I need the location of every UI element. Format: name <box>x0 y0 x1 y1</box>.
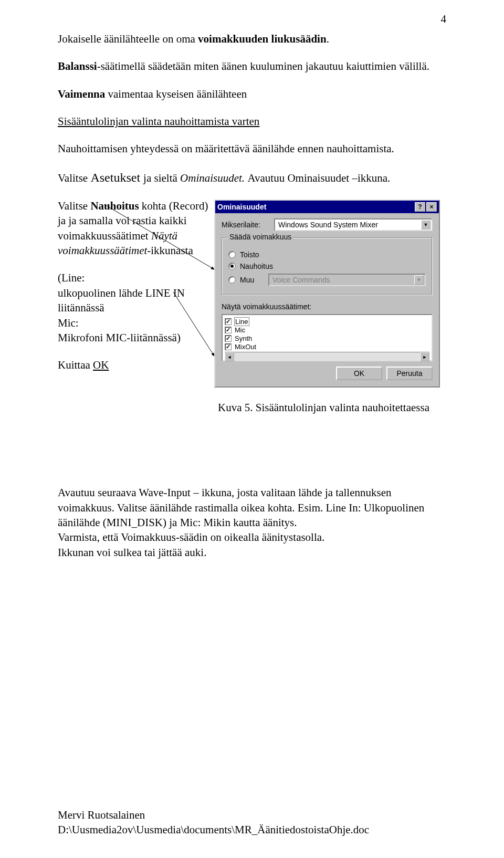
close-button[interactable]: × <box>426 202 437 212</box>
mixer-dropdown[interactable]: Windows Sound System Mixer ▼ <box>274 218 433 231</box>
scroll-left-icon[interactable]: ◄ <box>225 352 234 361</box>
check-label-mic: Mic <box>235 326 245 334</box>
instr-select-record: Valitse Nauhoitus kohta (Record) ja ja s… <box>58 198 210 258</box>
page-number: 4 <box>441 13 447 26</box>
two-column-section: Valitse Nauhoitus kohta (Record) ja ja s… <box>58 198 446 388</box>
text: Mikrofoni MIC-liitännässä) <box>58 331 181 344</box>
dialog-wrapper: Ominaisuudet ? × Mikserilaite: Windows S… <box>214 198 446 388</box>
figure-caption: Kuva 5. Sisääntulolinjan valinta nauhoit… <box>218 400 446 415</box>
large-text: Asetukset <box>90 171 143 184</box>
radio-record-label: Nauhoitus <box>240 262 273 270</box>
listbox-inner: Line Mic Synth MixOut <box>225 317 429 351</box>
text: Valitse <box>58 200 90 212</box>
paragraph-wave-input: Avautuu seuraava Wave-Input – ikkuna, jo… <box>58 485 446 560</box>
text: Varmista, että Voimakkuus-säädin on oike… <box>58 531 324 543</box>
scroll-track[interactable] <box>234 352 420 361</box>
check-row-mic[interactable]: Mic <box>225 326 429 334</box>
text: Ikkunan voi sulkea tai jättää auki. <box>58 546 206 559</box>
cancel-button[interactable]: Peruuta <box>386 367 433 380</box>
checkbox-mic[interactable] <box>225 327 232 333</box>
text: Jokaiselle äänilähteelle on oma <box>58 33 198 45</box>
text: Mic: <box>58 317 79 329</box>
footer: Mervi Ruotsalainen D:\Uusmedia2ov\Uusmed… <box>58 808 369 837</box>
ok-button[interactable]: OK <box>336 367 382 380</box>
footer-author: Mervi Ruotsalainen <box>58 808 369 822</box>
mixer-value: Windows Sound System Mixer <box>278 221 378 229</box>
heading-input-line: Sisääntulolinjan valinta nauhoittamista … <box>58 114 446 129</box>
volume-groupbox: Säädä voimakkuus Toisto Nauhoitus Muu Vo… <box>222 237 433 295</box>
dialog-buttons: OK Peruuta <box>222 367 433 380</box>
checkbox-synth[interactable] <box>225 335 232 342</box>
text: (Line: <box>58 271 85 284</box>
groupbox-legend: Säädä voimakkuus <box>227 233 293 241</box>
mixer-label: Mikserilaite: <box>222 221 274 229</box>
check-row-synth[interactable]: Synth <box>225 334 429 342</box>
paragraph-settings-properties: Valitse Asetukset ja sieltä Ominaisuudet… <box>58 169 446 186</box>
text: ja sieltä <box>143 172 180 184</box>
paragraph-balance: Balanssi-säätimellä säädetään miten ääne… <box>58 59 446 74</box>
spacer <box>58 427 446 485</box>
dialog-body: Mikserilaite: Windows Sound System Mixer… <box>215 213 439 386</box>
underline-text: OK <box>93 359 109 371</box>
dialog-titlebar[interactable]: Ominaisuudet ? × <box>215 201 439 213</box>
text: ulkopuolinen lähde LINE IN liitännässä <box>58 287 185 314</box>
text: Kuittaa <box>58 359 93 371</box>
footer-path: D:\Uusmedia2ov\Uusmedia\documents\MR_Ään… <box>58 823 369 837</box>
text: . <box>327 33 329 45</box>
instr-line-mic: (Line: ulkopuolinen lähde LINE IN liitän… <box>58 270 210 345</box>
bold-text: voimakkuuden liukusäädin <box>198 33 327 45</box>
listbox-label: Näytä voimakkuussäätimet: <box>222 302 433 311</box>
paragraph-define-source: Nauhoittamisen yhteydessä on määritettäv… <box>58 141 446 156</box>
text: Avautuu seuraava Wave-Input – ikkuna, jo… <box>58 486 424 529</box>
bold-text: Nauhoitus <box>90 200 141 212</box>
check-label-mixout: MixOut <box>235 343 256 351</box>
instr-ok: Kuittaa OK <box>58 358 210 372</box>
checkbox-line[interactable] <box>225 318 232 325</box>
listbox-hscroll[interactable]: ◄ ► <box>225 352 429 361</box>
radio-other-row[interactable]: Muu Voice Commands ▼ <box>228 274 426 286</box>
dropdown-arrow-icon: ▼ <box>414 275 424 285</box>
titlebar-buttons: ? × <box>415 202 437 212</box>
italic-text: Ominaisuudet. <box>180 172 247 184</box>
radio-other[interactable] <box>228 276 236 284</box>
check-row-line[interactable]: Line <box>225 317 429 326</box>
paragraph-slider: Jokaiselle äänilähteelle on oma voimakku… <box>58 32 446 46</box>
text: -säätimellä säädetään miten äänen kuulum… <box>97 60 429 72</box>
radio-record[interactable] <box>228 263 236 270</box>
other-dropdown: Voice Commands ▼ <box>268 274 426 286</box>
show-controls-listbox[interactable]: Line Mic Synth MixOut <box>222 314 433 361</box>
other-dropdown-value: Voice Commands <box>272 276 330 284</box>
text: vaimentaa kyseisen äänilähteen <box>108 88 247 100</box>
radio-playback-label: Toisto <box>240 250 259 259</box>
instruction-column: Valitse Nauhoitus kohta (Record) ja ja s… <box>58 198 210 388</box>
bold-text: Vaimenna <box>58 88 108 100</box>
underlined-heading: Sisääntulolinjan valinta nauhoittamista … <box>58 115 259 128</box>
radio-playback-row[interactable]: Toisto <box>228 250 426 259</box>
dialog-title: Ominaisuudet <box>217 203 266 211</box>
check-label-line: Line <box>235 318 249 326</box>
properties-dialog: Ominaisuudet ? × Mikserilaite: Windows S… <box>214 200 440 388</box>
dropdown-arrow-icon[interactable]: ▼ <box>421 220 430 229</box>
radio-playback[interactable] <box>228 251 236 258</box>
help-button[interactable]: ? <box>415 202 425 212</box>
paragraph-mute: Vaimenna vaimentaa kyseisen äänilähteen <box>58 87 446 101</box>
scroll-right-icon[interactable]: ► <box>420 352 429 361</box>
check-row-mixout[interactable]: MixOut <box>225 342 429 351</box>
text: Avautuu Ominaisuudet –ikkuna. <box>247 172 390 184</box>
radio-record-row[interactable]: Nauhoitus <box>228 262 426 270</box>
text: Valitse <box>58 172 90 184</box>
text: -ikkunasta <box>147 244 193 257</box>
bold-text: Balanssi <box>58 60 97 72</box>
mixer-row: Mikserilaite: Windows Sound System Mixer… <box>222 218 433 231</box>
radio-other-label: Muu <box>240 276 264 284</box>
check-label-synth: Synth <box>235 334 252 342</box>
checkbox-mixout[interactable] <box>225 343 232 350</box>
